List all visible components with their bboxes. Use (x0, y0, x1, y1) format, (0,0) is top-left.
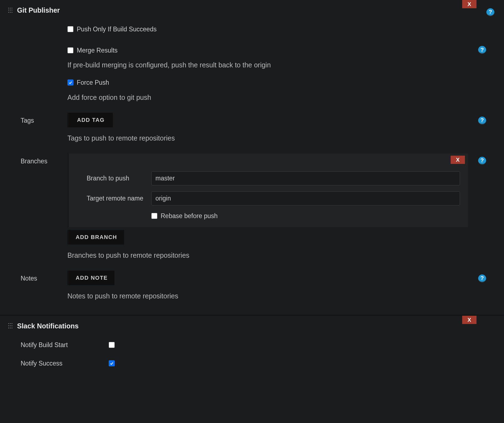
close-button[interactable]: X (451, 156, 465, 164)
tags-desc: Tags to push to remote repositories (67, 133, 468, 143)
section-header: Git Publisher (8, 6, 496, 15)
close-button[interactable]: X (462, 0, 476, 8)
drag-handle-icon[interactable] (8, 323, 14, 329)
help-icon[interactable]: ? (486, 8, 494, 16)
merge-results-label: Merge Results (77, 46, 117, 55)
force-push-label: Force Push (77, 78, 109, 87)
help-icon[interactable]: ? (478, 157, 486, 165)
add-tag-button[interactable]: ADD TAG (69, 113, 113, 127)
notes-label: Notes (8, 271, 67, 283)
section-title: Git Publisher (17, 6, 60, 15)
branch-to-push-label: Branch to push (77, 174, 151, 183)
rebase-before-push-checkbox[interactable] (151, 213, 157, 219)
target-remote-label: Target remote name (77, 194, 151, 203)
close-icon: X (467, 316, 471, 324)
branches-label: Branches (8, 153, 67, 166)
branch-to-push-input[interactable] (151, 171, 460, 185)
close-icon: X (456, 156, 459, 164)
branches-desc: Branches to push to remote repositories (67, 251, 468, 260)
notes-desc: Notes to push to remote repositories (67, 291, 468, 301)
tags-label: Tags (8, 113, 67, 125)
push-only-if-succeeds-checkbox[interactable] (67, 26, 73, 32)
section-header: Slack Notifications (8, 321, 496, 331)
help-icon[interactable]: ? (478, 117, 486, 125)
help-icon[interactable]: ? (478, 46, 486, 54)
add-branch-button[interactable]: ADD BRANCH (69, 230, 124, 245)
help-icon[interactable]: ? (478, 274, 486, 282)
drag-handle-icon[interactable] (8, 8, 14, 13)
force-push-checkbox[interactable] (67, 79, 73, 86)
git-publisher-section: X ? Git Publisher ? Push Only If Build S… (0, 0, 504, 311)
notify-build-start-checkbox[interactable] (109, 342, 115, 348)
section-title: Slack Notifications (17, 321, 79, 331)
notify-build-start-label: Notify Build Start (21, 340, 109, 349)
notify-success-label: Notify Success (21, 359, 109, 368)
branch-panel: X Branch to push Target remote name Reba… (67, 153, 468, 227)
merge-results-desc: If pre-build merging is configured, push… (67, 60, 468, 70)
close-icon: X (467, 0, 471, 8)
merge-results-checkbox[interactable] (67, 47, 73, 53)
rebase-before-push-label: Rebase before push (161, 212, 218, 220)
close-button[interactable]: X (462, 316, 476, 324)
target-remote-input[interactable] (151, 191, 460, 205)
slack-section: X Slack Notifications Notify Build Start… (0, 315, 504, 379)
push-only-if-succeeds-label: Push Only If Build Succeeds (77, 25, 157, 34)
force-push-desc: Add force option to git push (67, 93, 468, 102)
notify-success-checkbox[interactable] (109, 360, 115, 366)
add-note-button[interactable]: ADD NOTE (69, 271, 114, 285)
